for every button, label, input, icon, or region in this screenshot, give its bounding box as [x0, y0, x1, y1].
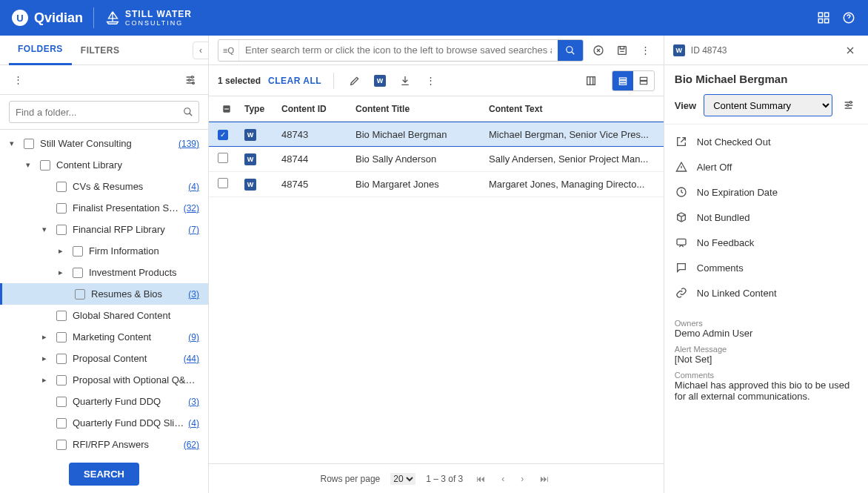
folder-checkbox[interactable] — [24, 139, 34, 149]
summary-item[interactable]: Comments — [675, 255, 858, 280]
folder-count[interactable]: (4) — [184, 418, 199, 429]
col-id[interactable]: Content ID — [281, 104, 355, 114]
card-view-icon[interactable] — [633, 71, 654, 90]
tree-node[interactable]: ▾Content Library — [0, 154, 208, 176]
folder-count[interactable]: (3) — [184, 397, 199, 407]
folder-checkbox[interactable] — [56, 440, 67, 450]
help-icon[interactable] — [841, 10, 856, 25]
more-vertical-icon[interactable]: ⋮ — [9, 71, 27, 89]
list-view-icon[interactable] — [612, 71, 633, 90]
chevron-icon[interactable]: ▸ — [39, 332, 50, 342]
tree-node[interactable]: Global Shared Content — [0, 305, 208, 326]
tree-node[interactable]: Quarterly Fund DDQ Slides(4) — [0, 412, 208, 434]
folder-checkbox[interactable] — [56, 332, 67, 343]
tree-node[interactable]: Quarterly Fund DDQ(3) — [0, 391, 208, 412]
chevron-icon[interactable]: ▾ — [22, 160, 34, 170]
grid-icon[interactable] — [816, 10, 831, 25]
folder-checkbox[interactable] — [75, 289, 85, 300]
table-row[interactable]: W48745Bio Margaret JonesMargaret Jones, … — [209, 172, 664, 197]
folder-checkbox[interactable] — [73, 246, 83, 257]
table-row[interactable]: ✓W48743Bio Michael BergmanMichael Bergma… — [209, 122, 664, 147]
row-checkbox[interactable]: ✓ — [218, 130, 228, 140]
folder-checkbox[interactable] — [56, 354, 67, 364]
prev-page-icon[interactable]: ‹ — [498, 474, 507, 484]
folder-checkbox[interactable] — [56, 311, 67, 321]
client-logo[interactable]: STILL WATER CONSULTING — [104, 9, 192, 27]
folder-checkbox[interactable] — [40, 160, 50, 171]
find-folder-input[interactable] — [9, 101, 199, 123]
chevron-icon[interactable]: ▸ — [55, 268, 67, 277]
folder-checkbox[interactable] — [73, 268, 83, 278]
tree-node[interactable]: ▸Proposal Content(44) — [0, 348, 208, 369]
search-button[interactable]: SEARCH — [69, 463, 139, 486]
folder-count[interactable]: (4) — [184, 182, 199, 192]
clear-search-icon[interactable] — [590, 42, 607, 59]
view-select[interactable]: Content Summary — [704, 94, 832, 116]
chevron-icon[interactable]: ▸ — [39, 375, 50, 385]
folder-checkbox[interactable] — [56, 203, 67, 214]
rows-per-page-select[interactable]: 20 — [390, 473, 415, 485]
search-go-button[interactable] — [558, 40, 583, 61]
app-logo[interactable]: U Qvidian — [12, 10, 83, 26]
first-page-icon[interactable]: ⏮ — [473, 474, 488, 484]
table-row[interactable]: W48744Bio Sally AndersonSally Andersen, … — [209, 147, 664, 172]
columns-icon[interactable] — [582, 72, 600, 90]
collapse-left-icon[interactable]: ‹ — [193, 42, 209, 59]
select-all-checkbox[interactable] — [218, 100, 236, 118]
tree-node[interactable]: ▸Marketing Content(9) — [0, 326, 208, 348]
clear-all-button[interactable]: CLEAR ALL — [268, 76, 321, 86]
folder-checkbox[interactable] — [56, 397, 67, 407]
summary-item[interactable]: Not Checked Out — [675, 129, 858, 154]
tree-node[interactable]: ▸Investment Products — [0, 262, 208, 283]
folder-checkbox[interactable] — [56, 375, 67, 386]
save-icon[interactable] — [613, 42, 631, 59]
row-checkbox[interactable] — [218, 178, 228, 188]
folder-count[interactable]: (7) — [184, 225, 199, 235]
folder-checkbox[interactable] — [56, 418, 67, 429]
tree-node[interactable]: ▸Firm Information — [0, 240, 208, 262]
folder-count[interactable]: (9) — [184, 332, 199, 343]
last-page-icon[interactable]: ⏭ — [537, 474, 552, 484]
sliders-icon[interactable] — [840, 96, 858, 114]
next-page-icon[interactable]: › — [518, 474, 527, 484]
folder-count[interactable]: (62) — [179, 440, 199, 450]
saved-search-icon[interactable]: ≡Q — [218, 40, 239, 61]
folder-count[interactable]: (32) — [179, 203, 199, 214]
search-icon[interactable] — [183, 107, 193, 117]
tree-node[interactable]: RFI/RFP Answers(62) — [0, 434, 208, 455]
chevron-icon[interactable]: ▸ — [55, 246, 67, 256]
tree-node[interactable]: ▾Financial RFP Library(7) — [0, 219, 208, 240]
edit-icon[interactable] — [346, 72, 364, 90]
chevron-icon[interactable]: ▾ — [6, 139, 18, 148]
folder-checkbox[interactable] — [56, 225, 67, 235]
close-icon[interactable] — [841, 42, 859, 59]
col-title[interactable]: Content Title — [355, 104, 489, 114]
col-type[interactable]: Type — [244, 104, 281, 114]
summary-item[interactable]: No Expiration Date — [675, 179, 858, 205]
search-input[interactable] — [239, 44, 558, 56]
summary-item[interactable]: No Feedback — [675, 230, 858, 255]
download-icon[interactable] — [396, 72, 414, 90]
tree-node[interactable]: ▾Still Water Consulting(139) — [0, 133, 208, 154]
summary-item[interactable]: No Linked Content — [675, 280, 858, 305]
summary-item[interactable]: Not Bundled — [675, 205, 858, 230]
tree-node[interactable]: ▸Proposal with Optional Q&A Doc Type — [0, 369, 208, 391]
folder-count[interactable]: (139) — [174, 139, 199, 149]
summary-item[interactable]: Alert Off — [675, 154, 858, 179]
more-vertical-icon[interactable]: ⋮ — [421, 72, 439, 90]
row-checkbox[interactable] — [218, 153, 228, 163]
folder-count[interactable]: (3) — [184, 289, 199, 300]
chevron-icon[interactable]: ▸ — [39, 354, 50, 363]
col-text[interactable]: Content Text — [489, 104, 655, 114]
sliders-icon[interactable] — [181, 71, 199, 89]
folder-checkbox[interactable] — [56, 182, 67, 192]
tree-node[interactable]: Resumes & Bios(3) — [0, 283, 208, 305]
tree-node[interactable]: CVs & Resumes(4) — [0, 176, 208, 197]
word-export-icon[interactable]: W — [371, 72, 389, 90]
tab-folders[interactable]: FOLDERS — [9, 36, 72, 65]
tree-node[interactable]: Finalist Presentation Slides(32) — [0, 197, 208, 219]
tab-filters[interactable]: FILTERS — [72, 36, 129, 65]
folder-count[interactable]: (44) — [179, 354, 199, 364]
more-vertical-icon[interactable]: ⋮ — [637, 42, 655, 59]
chevron-icon[interactable]: ▾ — [39, 225, 50, 234]
